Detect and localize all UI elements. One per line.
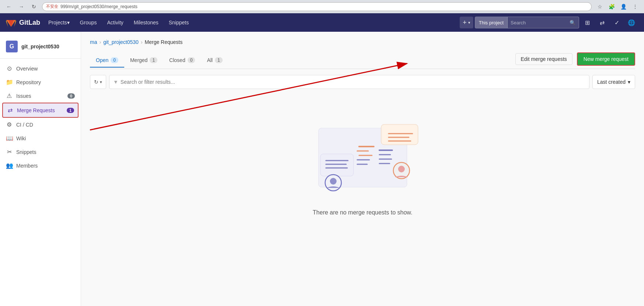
sort-label: Last created xyxy=(597,79,626,85)
sidebar-item-issues[interactable]: ⚠ Issues 0 xyxy=(0,89,81,103)
sidebar-item-wiki[interactable]: 📖 Wiki xyxy=(0,131,81,145)
browser-bar: ← → ↻ 不安全 999/m/git_project0530/merge_re… xyxy=(0,0,644,13)
tab-open-label: Open xyxy=(96,57,108,63)
sort-chevron-icon: ▾ xyxy=(628,79,630,85)
issues-icon-btn[interactable]: ✓ xyxy=(610,16,623,29)
tab-closed-count: 0 xyxy=(188,57,195,63)
breadcrumb-current: Merge Requests xyxy=(145,39,183,45)
account-btn[interactable]: 👤 xyxy=(619,2,628,11)
filter-row: ↻ ▾ ▼ Last created ▾ xyxy=(90,75,635,89)
extensions-btn[interactable]: 🧩 xyxy=(607,2,616,11)
navbar: GitLab Projects ▾ Groups Activity Milest… xyxy=(0,13,644,32)
nav-snippets[interactable]: Snippets xyxy=(164,13,194,32)
new-merge-request-button[interactable]: New merge request xyxy=(577,52,635,66)
sidebar-item-label: Issues xyxy=(16,93,31,99)
gitlab-logo-icon xyxy=(6,17,16,28)
bookmark-btn[interactable]: ☆ xyxy=(595,2,604,11)
refresh-icon: ↻ xyxy=(94,79,98,85)
address-bar: 不安全 999/m/git_project0530/merge_requests xyxy=(42,2,592,11)
tab-open-count: 0 xyxy=(111,57,118,63)
layout-icon-btn[interactable]: ⊞ xyxy=(581,16,594,29)
sidebar-item-label: Snippets xyxy=(16,149,36,155)
forward-button[interactable]: → xyxy=(17,2,26,11)
breadcrumb-sep-1: › xyxy=(99,39,101,45)
plus-chevron: ▾ xyxy=(468,20,470,25)
main-layout: G git_project0530 ⊙ Overview 📁 Repositor… xyxy=(0,32,644,306)
merge-requests-icon-btn[interactable]: ⇄ xyxy=(595,16,609,29)
svg-point-21 xyxy=(398,166,405,172)
tab-merged-label: Merged xyxy=(130,57,147,63)
sidebar-item-label: Members xyxy=(16,163,38,169)
edit-merge-requests-button[interactable]: Edit merge requests xyxy=(515,53,572,65)
breadcrumb: ma › git_project0530 › Merge Requests xyxy=(90,39,635,45)
sort-button[interactable]: Last created ▾ xyxy=(592,75,635,89)
tabs-right: Edit merge requests New merge request xyxy=(515,52,635,69)
merge-requests-badge: 1 xyxy=(67,108,74,113)
plus-icon: + xyxy=(463,19,467,27)
breadcrumb-ma[interactable]: ma xyxy=(90,39,97,45)
sidebar-item-merge-requests[interactable]: ⇄ Merge Requests 1 xyxy=(2,103,79,118)
overview-icon: ⊙ xyxy=(6,65,13,72)
sidebar: G git_project0530 ⊙ Overview 📁 Repositor… xyxy=(0,32,81,306)
project-name: git_project0530 xyxy=(21,44,59,49)
sidebar-item-members[interactable]: 👥 Members xyxy=(0,159,81,172)
members-icon: 👥 xyxy=(6,162,13,169)
sidebar-item-label: Repository xyxy=(16,79,41,85)
sidebar-project-header: G git_project0530 xyxy=(0,38,81,59)
tab-all-count: 1 xyxy=(215,57,223,63)
tabs-left: Open 0 Merged 1 Closed 0 All 1 xyxy=(90,54,515,68)
refresh-button[interactable]: ↻ xyxy=(29,2,38,11)
security-label: 不安全 xyxy=(46,4,58,9)
issues-badge: 0 xyxy=(67,93,75,99)
tab-merged[interactable]: Merged 1 xyxy=(124,54,163,68)
gitlab-logo[interactable]: GitLab xyxy=(6,17,40,28)
back-button[interactable]: ← xyxy=(4,2,13,11)
filter-icon: ▼ xyxy=(113,79,118,85)
gitlab-text: GitLab xyxy=(19,19,40,27)
plus-button[interactable]: + ▾ xyxy=(460,17,473,28)
tab-all-label: All xyxy=(207,57,213,63)
navbar-right: + ▾ This project 🔍 ⊞ ⇄ ✓ 🌐 xyxy=(460,16,638,29)
tab-open[interactable]: Open 0 xyxy=(90,54,124,68)
cicd-icon: ⚙ xyxy=(6,121,13,128)
tab-closed[interactable]: Closed 0 xyxy=(163,54,201,68)
sidebar-item-label: CI / CD xyxy=(16,122,33,128)
repository-icon: 📁 xyxy=(6,79,13,86)
nav-activity[interactable]: Activity xyxy=(102,13,129,32)
svg-rect-7 xyxy=(320,154,354,176)
tab-all[interactable]: All 1 xyxy=(201,54,228,68)
filter-box: ▼ xyxy=(109,75,589,89)
merge-requests-illustration xyxy=(300,117,425,198)
content-area: ma › git_project0530 › Merge Requests Op… xyxy=(81,32,644,306)
nav-milestones[interactable]: Milestones xyxy=(129,13,164,32)
snippets-icon: ✂ xyxy=(6,148,13,155)
svg-point-23 xyxy=(330,178,337,185)
sidebar-item-repository[interactable]: 📁 Repository xyxy=(0,75,81,89)
sidebar-item-snippets[interactable]: ✂ Snippets xyxy=(0,145,81,159)
filter-input[interactable] xyxy=(121,79,585,85)
wiki-icon: 📖 xyxy=(6,135,13,142)
sidebar-item-label: Merge Requests xyxy=(17,107,55,113)
filter-refresh-btn[interactable]: ↻ ▾ xyxy=(90,75,106,89)
chevron-down-icon: ▾ xyxy=(100,80,102,85)
sidebar-item-cicd[interactable]: ⚙ CI / CD xyxy=(0,118,81,131)
issues-icon: ⚠ xyxy=(6,92,13,99)
navbar-menu: Projects ▾ Groups Activity Milestones Sn… xyxy=(43,13,460,32)
menu-btn[interactable]: ⋮ xyxy=(631,2,640,11)
sidebar-item-overview[interactable]: ⊙ Overview xyxy=(0,62,81,75)
search-button[interactable]: 🔍 xyxy=(567,17,579,28)
search-input[interactable] xyxy=(508,20,567,25)
empty-illustration xyxy=(300,117,425,198)
merge-requests-icon: ⇄ xyxy=(7,107,13,114)
scope-button[interactable]: This project xyxy=(475,17,508,28)
search-icon: 🔍 xyxy=(570,20,576,25)
globe-icon-btn[interactable]: 🌐 xyxy=(625,16,638,29)
svg-rect-3 xyxy=(381,124,418,145)
sidebar-item-label: Wiki xyxy=(16,135,26,141)
address-text: 999/m/git_project0530/merge_requests xyxy=(60,4,588,9)
nav-groups[interactable]: Groups xyxy=(75,13,102,32)
breadcrumb-project[interactable]: git_project0530 xyxy=(103,39,139,45)
breadcrumb-sep-2: › xyxy=(141,39,143,45)
search-container: This project 🔍 xyxy=(475,17,579,28)
nav-projects[interactable]: Projects ▾ xyxy=(43,13,75,32)
